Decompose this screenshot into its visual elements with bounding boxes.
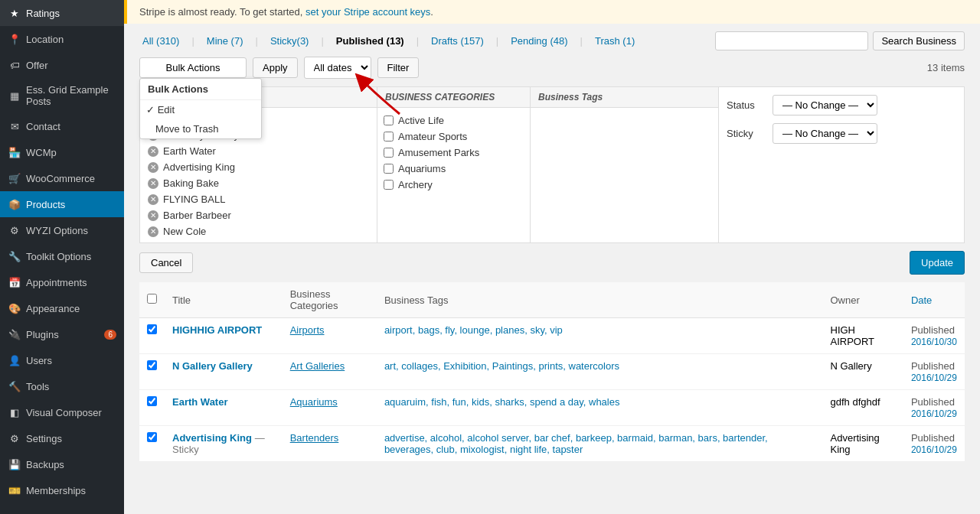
- search-area: Search Business: [715, 31, 965, 50]
- remove-item-icon[interactable]: ✕: [148, 194, 158, 205]
- main-content: Stripe is almost ready. To get started, …: [124, 0, 980, 514]
- row-checkbox[interactable]: [147, 432, 157, 442]
- date-link[interactable]: 2016/10/29: [911, 372, 957, 383]
- row-checkbox[interactable]: [147, 324, 157, 334]
- sidebar-item-ratings[interactable]: ★ Ratings: [0, 0, 124, 26]
- col-date[interactable]: Date: [903, 282, 965, 318]
- bulk-edit-item: ✕ Baking Bake: [140, 175, 377, 191]
- date-link[interactable]: 2016/10/30: [911, 337, 957, 347]
- dropdown-item-edit[interactable]: Edit: [140, 100, 261, 119]
- dropdown-item-trash[interactable]: Move to Trash: [140, 119, 261, 138]
- col-business-categories[interactable]: Business Categories: [283, 282, 377, 318]
- col-business-tags[interactable]: Business Tags: [377, 282, 823, 318]
- category-label: Aquariums: [398, 163, 446, 174]
- sidebar-item-backups[interactable]: 💾 Backups: [0, 451, 124, 477]
- tags-textarea[interactable]: [531, 108, 718, 223]
- notice-link[interactable]: set your Stripe account keys: [305, 6, 430, 18]
- remove-item-icon[interactable]: ✕: [148, 146, 158, 157]
- tab-all(310)[interactable]: All (310): [139, 34, 182, 48]
- tab-trash(1)[interactable]: Trash (1): [592, 34, 638, 48]
- sidebar-item-users[interactable]: 👤 Users: [0, 347, 124, 373]
- search-button[interactable]: Search Business: [873, 31, 965, 50]
- sidebar-item-appointments[interactable]: 📅 Appointments: [0, 269, 124, 295]
- sidebar-item-wyzi-options[interactable]: ⚙ WYZI Options: [0, 217, 124, 243]
- category-checkbox[interactable]: [384, 115, 394, 125]
- dropdown-header: Bulk Actions: [140, 79, 261, 100]
- bulk-actions-select[interactable]: Bulk Actions: [139, 57, 247, 78]
- post-title-link[interactable]: HIGHHIG AIRPORT: [172, 324, 262, 336]
- category-checkbox[interactable]: [384, 164, 394, 174]
- post-title-link[interactable]: N Gallery Gallery: [172, 360, 253, 372]
- cancel-button[interactable]: Cancel: [139, 252, 193, 273]
- apply-button[interactable]: Apply: [253, 57, 298, 78]
- row-checkbox[interactable]: [147, 360, 157, 370]
- remove-item-icon[interactable]: ✕: [148, 162, 158, 173]
- row-checkbox[interactable]: [147, 396, 157, 406]
- date-status: Published: [911, 324, 955, 336]
- row-tags-cell: advertise, alcohol, alcohol server, bar …: [377, 426, 823, 462]
- remove-item-icon[interactable]: ✕: [148, 210, 158, 221]
- sidebar-item-appearance[interactable]: 🎨 Appearance: [0, 295, 124, 321]
- category-checkbox[interactable]: [384, 132, 394, 142]
- row-date-cell: Published2016/10/30: [903, 318, 965, 354]
- status-row: Status — No Change —: [727, 95, 956, 115]
- post-title-link[interactable]: Earth Water: [172, 396, 227, 408]
- status-select[interactable]: — No Change —: [773, 95, 877, 115]
- update-button[interactable]: Update: [910, 251, 965, 275]
- category-link[interactable]: Art Galleries: [290, 360, 345, 372]
- tab-published(13)[interactable]: Published (13): [333, 34, 407, 48]
- tab-mine(7)[interactable]: Mine (7): [204, 34, 247, 48]
- sidebar-item-woocommerce[interactable]: 🛒 WooCommerce: [0, 165, 124, 191]
- date-link[interactable]: 2016/10/29: [911, 408, 957, 419]
- row-tags-cell: art, collages, Exhibition, Paintings, pr…: [377, 354, 823, 390]
- bulk-actions-menu: Bulk Actions Edit Move to Trash: [139, 78, 262, 139]
- sidebar-label-users: Users: [26, 355, 52, 366]
- sidebar-item-wcmp[interactable]: 🏪 WCMp: [0, 139, 124, 165]
- category-link[interactable]: Airports: [290, 324, 325, 336]
- date-link[interactable]: 2016/10/29: [911, 444, 957, 455]
- bulk-actions-dropdown[interactable]: Bulk Actions Bulk Actions Edit Move to T…: [139, 57, 247, 78]
- sidebar-item-contact[interactable]: ✉ Contact: [0, 113, 124, 139]
- post-title-link[interactable]: Advertising King: [172, 432, 252, 444]
- remove-item-icon[interactable]: ✕: [148, 226, 158, 237]
- tags-list: airport, bags, fly, lounge, planes, sky,…: [384, 324, 563, 336]
- sidebar-item-settings[interactable]: ⚙ Settings: [0, 425, 124, 451]
- sidebar-item-products[interactable]: 📦 Products: [0, 191, 124, 217]
- sidebar-item-visual-composer[interactable]: ◧ Visual Composer: [0, 399, 124, 425]
- tags-header: Business Tags: [531, 87, 718, 108]
- date-filter-select[interactable]: All dates: [304, 57, 371, 79]
- sidebar-item-tools[interactable]: 🔨 Tools: [0, 373, 124, 399]
- col-owner[interactable]: Owner: [823, 282, 903, 318]
- sidebar-item-location[interactable]: 📍 Location: [0, 26, 124, 52]
- category-item: Active Life: [384, 112, 524, 128]
- category-link[interactable]: Aquariums: [290, 396, 338, 408]
- sidebar-item-plugins[interactable]: 🔌 Plugins 6: [0, 321, 124, 347]
- row-owner-cell: HIGH AIRPORT: [823, 318, 903, 354]
- category-checkbox[interactable]: [384, 148, 394, 158]
- filter-button[interactable]: Filter: [377, 57, 420, 78]
- tab-pending(48)[interactable]: Pending (48): [508, 34, 570, 48]
- sidebar-item-offer[interactable]: 🏷 Offer: [0, 52, 124, 78]
- category-checkbox[interactable]: [384, 180, 394, 190]
- tools-icon: 🔨: [8, 379, 21, 393]
- status-label: Status: [727, 99, 765, 111]
- sidebar-label-plugins: Plugins: [26, 329, 59, 340]
- items-count: 13 items: [927, 62, 965, 73]
- sidebar-item-memberships[interactable]: 🎫 Memberships: [0, 477, 124, 503]
- tab-sticky(3)[interactable]: Sticky(3): [267, 34, 312, 48]
- tab-drafts(157)[interactable]: Drafts (157): [428, 34, 487, 48]
- visual-composer-icon: ◧: [8, 405, 21, 419]
- select-all-checkbox[interactable]: [147, 294, 157, 304]
- remove-item-icon[interactable]: ✕: [148, 178, 158, 189]
- sticky-select[interactable]: — No Change —: [773, 123, 877, 144]
- row-owner-cell: gdfh dfghdf: [823, 390, 903, 426]
- sidebar-item-ess-grid[interactable]: ▦ Ess. Grid Example Posts: [0, 78, 124, 113]
- row-checkbox-cell: [139, 390, 165, 426]
- tabs-row: All (310)|Mine (7)|Sticky(3)|Published (…: [139, 34, 638, 48]
- search-input[interactable]: [715, 31, 868, 50]
- bulk-edit-right: Status — No Change — Sticky — No Change …: [719, 87, 964, 242]
- sidebar-item-toolkit-options[interactable]: 🔧 Toolkit Options: [0, 243, 124, 269]
- sidebar-label-backups: Backups: [26, 459, 64, 470]
- bulk-item-label: Advertising King: [163, 161, 235, 173]
- category-link[interactable]: Bartenders: [290, 432, 339, 444]
